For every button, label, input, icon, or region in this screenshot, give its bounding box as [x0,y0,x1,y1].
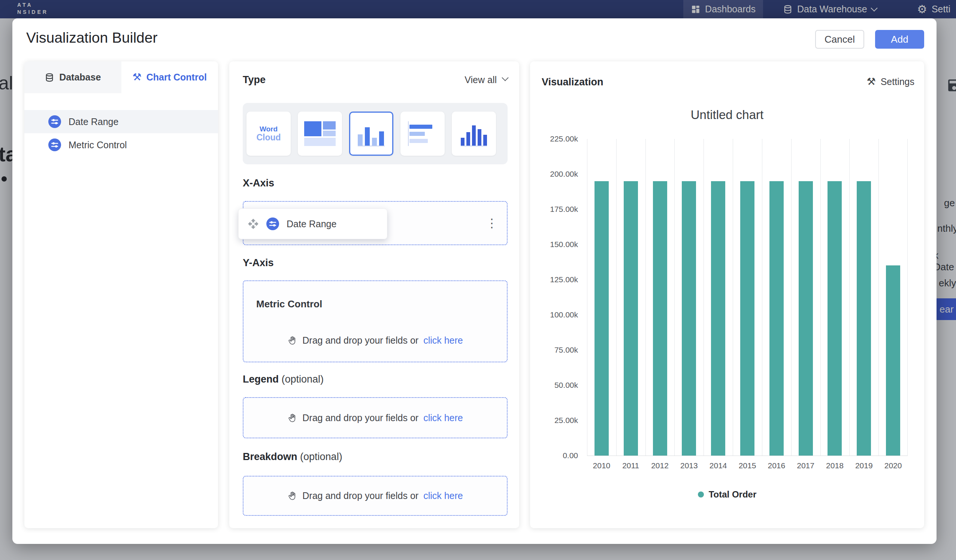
bar-2020 [886,265,900,456]
breakdown-dropzone[interactable]: Drag and drop your fields or click here [243,476,508,516]
tab-chart-control-label: Chart Control [146,72,207,83]
breakdown-optional-text: (optional) [300,451,343,462]
x-tick: 2010 [593,461,611,470]
control-icon [48,115,61,128]
x-axis-labels: 2010201120122013201420152016201720182019… [587,461,908,472]
tab-database[interactable]: Database [24,61,121,93]
chart-legend[interactable]: Total Order [530,489,924,500]
bar-2013 [682,181,696,456]
gridline [616,139,616,456]
legend-dropzone[interactable]: Drag and drop your fields or click here [243,397,508,438]
y-tick: 150.00k [550,240,578,249]
click-here-link[interactable]: click here [423,413,463,424]
gridline [907,139,908,456]
cancel-button[interactable]: Cancel [815,30,864,49]
chart-title: Untitled chart [530,108,924,122]
tab-database-label: Database [59,72,101,83]
y-tick: 0.00 [563,451,578,460]
field-item-label: Metric Control [69,140,127,151]
x-tick: 2020 [884,461,902,470]
chart-type-picker: Word Cloud [243,103,508,164]
column-chart-icon [461,121,487,146]
control-icon [48,138,61,151]
x-tick: 2011 [622,461,639,470]
breakdown-section-label: Breakdown (optional) [243,451,343,463]
modal-title: Visualization Builder [26,30,158,46]
control-icon [266,218,279,230]
drop-placeholder: Drag and drop your fields or click here [287,413,463,424]
fields-panel-tabs: Database ⚒ Chart Control [24,61,218,93]
y-tick: 175.00k [550,205,578,214]
drag-hand-icon [287,491,297,501]
bar-2014 [711,181,725,456]
y-axis-labels: 225.00k200.00k175.00k150.00k125.00k100.0… [530,139,581,456]
horizontal-bar-icon [408,121,437,146]
bar-2012 [653,181,667,456]
type-section-label: Type [243,74,266,86]
page: ATA NSIDER Dashboards Data Warehouse ⚙ S… [0,0,956,560]
move-icon[interactable] [248,218,259,229]
chart-settings-label: Settings [881,76,914,87]
visualization-panel: Visualization ⚒ Settings Untitled chart … [530,61,924,528]
x-tick: 2018 [826,461,844,470]
bar-2017 [799,181,813,456]
tools-icon: ⚒ [133,72,142,82]
x-tick: 2012 [651,461,669,470]
placeholder-text: Drag and drop your fields or [302,490,418,501]
builder-panel: Type View all Word Cloud [229,61,519,528]
view-all-dropdown[interactable]: View all [464,74,508,85]
chart-type-word-cloud[interactable]: Word Cloud [247,111,291,156]
legend-section-label: Legend (optional) [243,373,324,385]
date-range-chip[interactable]: Date Range [238,209,387,239]
bar-2015 [740,181,755,456]
chip-label: Date Range [286,219,336,229]
gridline [879,139,879,456]
legend-optional-text: (optional) [282,373,324,385]
tab-chart-control[interactable]: ⚒ Chart Control [121,61,219,93]
legend-label-text: Legend [243,373,279,385]
field-item-date-range[interactable]: Date Range [24,110,218,133]
drop-placeholder: Drag and drop your fields or click here [244,335,507,346]
word-cloud-icon: Word Cloud [256,125,281,142]
chart-settings-button[interactable]: ⚒ Settings [866,76,914,87]
bar-2019 [857,181,871,456]
tools-icon: ⚒ [866,77,876,87]
y-axis-field-label: Metric Control [256,298,322,310]
x-axis-section-label: X-Axis [243,177,274,189]
x-tick: 2015 [739,461,756,470]
chart-type-treemap[interactable] [298,111,342,156]
more-options-icon[interactable]: ⋮ [486,217,498,229]
drop-placeholder: Drag and drop your fields or click here [287,490,463,501]
bar-2018 [827,181,842,456]
database-icon [45,73,54,82]
add-button[interactable]: Add [875,30,924,49]
click-here-link[interactable]: click here [423,490,463,501]
drag-hand-icon [287,413,297,423]
y-tick: 75.00k [554,345,578,355]
bar-2016 [769,181,784,456]
y-axis-dropzone[interactable]: Metric Control Drag and drop your fields… [243,280,508,362]
click-here-link[interactable]: click here [423,335,463,346]
chart-type-horizontal-bar[interactable] [401,111,445,156]
y-tick: 225.00k [550,134,578,143]
field-item-metric-control[interactable]: Metric Control [24,133,218,157]
y-tick: 125.00k [550,275,578,284]
breakdown-label-text: Breakdown [243,451,297,462]
legend-dot [698,491,704,497]
view-all-label: View all [464,74,497,85]
y-tick: 200.00k [550,169,578,179]
x-tick: 2013 [680,461,698,470]
word-cloud-word: Word [259,125,278,133]
x-axis-dropzone[interactable]: Date Range ⋮ [243,201,508,245]
fields-panel: Database ⚒ Chart Control Date Range Metr… [24,61,218,528]
y-tick: 100.00k [550,310,578,319]
word-cloud-word: Cloud [256,133,281,142]
field-item-label: Date Range [69,116,118,127]
chart-type-column-chart[interactable] [452,111,496,156]
plot-area [587,139,908,456]
x-tick: 2019 [855,461,873,470]
legend-series-label: Total Order [709,489,757,500]
chart-type-bar-chart-selected[interactable] [349,111,393,156]
gridline [703,139,704,456]
y-axis-section-label: Y-Axis [243,257,274,269]
